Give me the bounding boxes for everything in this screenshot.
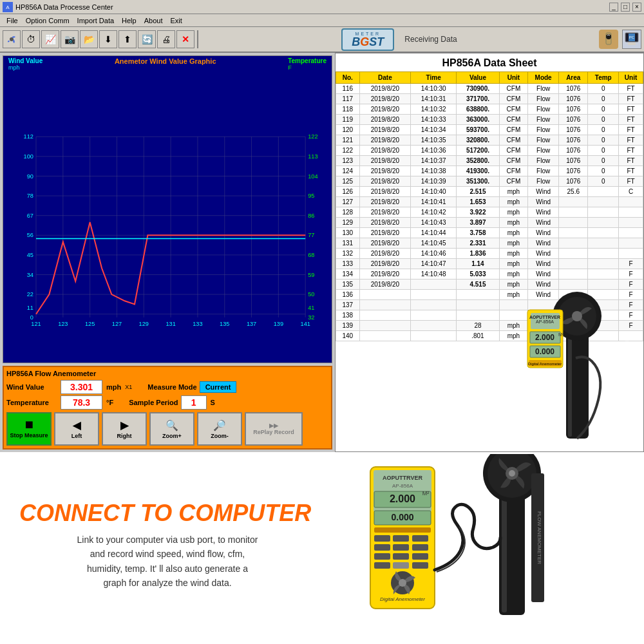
cell-temp: 0 (588, 84, 619, 94)
minimize-button[interactable]: _ (609, 3, 618, 12)
toolbar-right: PC (599, 30, 641, 49)
table-row: 135 2019/8/20 4.515 mph Wind F (336, 279, 643, 290)
cell-tunit: F (619, 321, 643, 331)
left-button[interactable]: ◀ Left (54, 412, 99, 446)
svg-text:127: 127 (112, 321, 122, 327)
cell-value: 320800. (457, 135, 500, 146)
table-row: 123 2019/8/20 14:10:37 352800. CFM Flow … (336, 156, 643, 166)
toolbar-device-icon (599, 30, 618, 49)
svg-text:86: 86 (308, 213, 314, 219)
toolbar-btn-open[interactable]: 📂 (80, 30, 98, 48)
table-row: 117 2019/8/20 14:10:31 371700. CFM Flow … (336, 94, 643, 104)
cell-temp: 0 (588, 176, 619, 187)
maximize-button[interactable]: □ (621, 3, 630, 12)
cell-unit: mph (499, 321, 527, 331)
menu-exit[interactable]: Exit (166, 17, 185, 24)
chart-unit-right: F (288, 64, 327, 71)
cell-mode: Wind (528, 331, 559, 341)
cell-value: 2.331 (457, 238, 500, 249)
cell-date: 2019/8/20 (359, 249, 411, 259)
svg-text:22: 22 (27, 291, 33, 298)
toolbar-btn-close-red[interactable]: ✕ (176, 30, 194, 48)
cell-time (411, 300, 457, 310)
svg-text:PC: PC (629, 35, 635, 39)
close-button[interactable]: × (632, 3, 641, 12)
svg-text:45: 45 (27, 252, 33, 258)
control-buttons: ⏹ Stop Measure ◀ Left ▶ Right 🔍 Zoom+ 🔎 (6, 412, 328, 446)
cell-area (559, 207, 588, 218)
table-row: 129 2019/8/20 14:10:43 3.897 mph Wind (336, 218, 643, 228)
cell-mode: Wind (528, 279, 559, 290)
table-row: 126 2019/8/20 14:10:40 2.515 mph Wind 25… (336, 187, 643, 197)
svg-text:95: 95 (308, 193, 314, 199)
cell-area: 1076 (559, 84, 588, 94)
cell-value: 593700. (457, 125, 500, 135)
toolbar-btn-anemometer[interactable] (3, 30, 21, 48)
cell-time: 14:10:41 (411, 197, 457, 207)
cell-area (559, 238, 588, 249)
cell-value: 1.14 (457, 259, 500, 269)
right-button[interactable]: ▶ Right (102, 412, 147, 446)
cell-temp (588, 228, 619, 238)
data-table: No. Date Time Value Unit Mode Area Temp … (336, 71, 643, 341)
menu-option-comm[interactable]: Option Comm (22, 17, 73, 24)
svg-text:122: 122 (308, 133, 317, 140)
cell-time (411, 331, 457, 341)
table-row: 127 2019/8/20 14:10:41 1.653 mph Wind (336, 197, 643, 207)
menu-help[interactable]: Help (118, 17, 140, 24)
cell-temp (588, 279, 619, 290)
menu-import-data[interactable]: Import Data (73, 17, 118, 24)
cell-value: 371700. (457, 94, 500, 104)
cell-value: 638800. (457, 104, 500, 115)
svg-text:0.000: 0.000 (391, 512, 413, 522)
table-row: 124 2019/8/20 14:10:38 419300. CFM Flow … (336, 166, 643, 176)
cell-time: 14:10:46 (411, 249, 457, 259)
cell-no: 128 (336, 207, 360, 218)
mode-value: Current (200, 381, 237, 393)
period-value: 1 (181, 395, 207, 410)
chart-title-left: Wind Value mph (8, 57, 43, 71)
zoom-minus-button[interactable]: 🔎 Zoom- (197, 412, 242, 446)
cell-tunit: F (619, 259, 643, 269)
col-no: No. (336, 72, 360, 84)
replay-button[interactable]: ▶▶ RePlay Record (245, 412, 303, 446)
svg-text:90: 90 (27, 173, 33, 180)
stop-measure-button[interactable]: ⏹ Stop Measure (6, 412, 52, 446)
zoom-minus-label: Zoom- (211, 433, 229, 439)
cell-area: 25.6 (559, 187, 588, 197)
cell-unit (499, 310, 527, 321)
toolbar-btn-refresh[interactable]: 🔄 (138, 30, 156, 48)
toolbar-btn-camera[interactable]: 📷 (61, 30, 79, 48)
wind-unit: mph (106, 383, 121, 391)
cell-tunit: FT (619, 156, 643, 166)
desc-line4: graph for analyze the wind data. (103, 578, 231, 588)
menu-file[interactable]: File (3, 17, 22, 24)
brand-logo: METER BGST (341, 28, 394, 51)
cell-unit: CFM (499, 94, 527, 104)
menu-about[interactable]: About (140, 17, 167, 24)
zoom-plus-button[interactable]: 🔍 Zoom+ (149, 412, 194, 446)
svg-text:34: 34 (27, 272, 33, 278)
svg-text:A: A (6, 5, 10, 10)
wind-label: Wind Value (6, 383, 58, 391)
col-date: Date (359, 72, 411, 84)
cell-time: 14:10:40 (411, 187, 457, 197)
toolbar-btn-down[interactable]: ⬇ (99, 30, 117, 48)
toolbar-btn-clock[interactable]: ⏱ (22, 30, 40, 48)
toolbar-btn-chart[interactable]: 📈 (41, 30, 59, 48)
table-row: 125 2019/8/20 14:10:39 351300. CFM Flow … (336, 176, 643, 187)
toolbar-btn-up[interactable]: ⬆ (118, 30, 137, 48)
col-unit: Unit (499, 72, 527, 84)
cell-no: 121 (336, 135, 360, 146)
toolbar-btn-print[interactable]: 🖨 (157, 30, 175, 48)
cell-temp (588, 259, 619, 269)
table-row: 139 28 mph Wind F (336, 321, 643, 331)
wind-x1: X1 (125, 384, 132, 390)
cell-mode (528, 300, 559, 310)
svg-rect-102 (412, 562, 428, 569)
cell-area (559, 310, 588, 321)
cell-tunit: FT (619, 84, 643, 94)
data-sheet-scroll[interactable]: No. Date Time Value Unit Mode Area Temp … (336, 71, 643, 446)
cell-value: 1.653 (457, 197, 500, 207)
cell-value: 352800. (457, 156, 500, 166)
